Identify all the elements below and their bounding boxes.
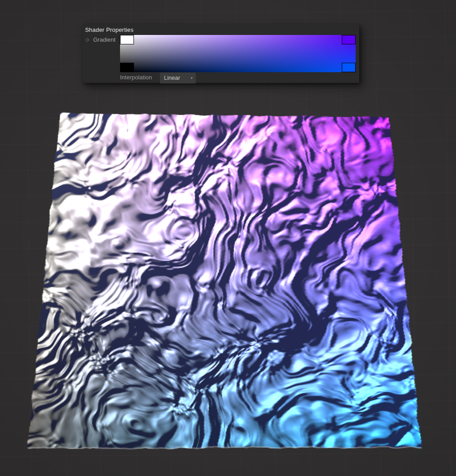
gradient-knot-top-right[interactable] <box>342 35 356 44</box>
gradient-editor[interactable] <box>120 35 356 72</box>
gradient-knot-bottom-right[interactable] <box>342 63 356 72</box>
viewport[interactable]: Shader Properties ◇ Gradient Interpolati… <box>0 0 456 476</box>
interpolation-dropdown[interactable]: Linear ▾ <box>160 73 196 83</box>
interpolation-value: Linear <box>164 74 180 81</box>
keyframe-diamond-icon[interactable]: ◇ <box>86 37 89 43</box>
gradient-label: Gradient <box>93 36 116 43</box>
panel-title: Shader Properties <box>85 26 133 33</box>
chevron-down-icon: ▾ <box>190 73 193 83</box>
gradient-knot-top-left[interactable] <box>120 35 134 44</box>
interpolation-label: Interpolation <box>120 74 152 81</box>
shader-properties-panel: Shader Properties ◇ Gradient Interpolati… <box>82 24 359 83</box>
gradient-knot-bottom-left[interactable] <box>120 63 134 72</box>
